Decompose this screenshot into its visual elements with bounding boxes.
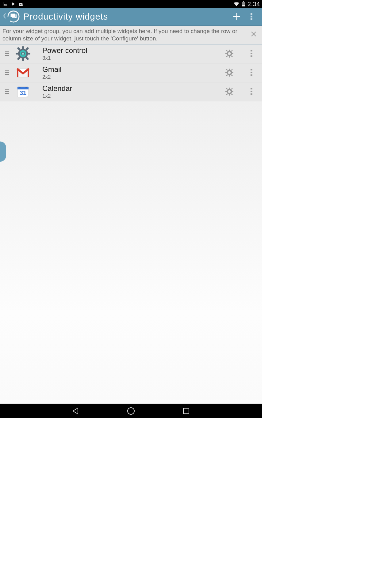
- app-calendar-icon: 31: [12, 84, 34, 99]
- svg-rect-51: [231, 69, 233, 71]
- svg-point-61: [26, 87, 27, 88]
- widget-row[interactable]: 31 Calendar 1x2: [0, 82, 262, 101]
- configure-button[interactable]: [221, 46, 237, 62]
- svg-rect-52: [226, 74, 228, 76]
- svg-rect-64: [229, 88, 230, 89]
- svg-point-72: [228, 90, 231, 93]
- svg-rect-68: [226, 88, 228, 90]
- svg-rect-78: [183, 408, 189, 414]
- svg-rect-70: [226, 93, 228, 95]
- svg-rect-69: [231, 88, 233, 90]
- svg-rect-65: [229, 94, 230, 96]
- svg-rect-74: [251, 91, 252, 92]
- app-logo-icon: [7, 10, 20, 23]
- widget-size: 3x1: [42, 55, 221, 61]
- svg-point-37: [228, 52, 231, 55]
- back-button[interactable]: [3, 12, 6, 21]
- svg-point-77: [128, 408, 134, 414]
- side-handle[interactable]: [0, 141, 6, 162]
- svg-rect-38: [251, 50, 252, 51]
- svg-rect-48: [225, 72, 227, 73]
- svg-rect-34: [231, 50, 233, 52]
- shopping-bag-icon: [18, 2, 23, 6]
- widget-name: Gmail: [42, 65, 221, 74]
- svg-rect-49: [232, 72, 233, 73]
- svg-rect-53: [231, 74, 233, 76]
- svg-rect-43: [17, 69, 18, 77]
- image-icon: [3, 2, 8, 6]
- drag-handle-icon[interactable]: [2, 89, 12, 94]
- configure-button[interactable]: [221, 84, 237, 100]
- widget-name: Power control: [42, 46, 221, 55]
- status-bar: 2:34: [0, 0, 262, 8]
- row-overflow-button[interactable]: [243, 46, 259, 62]
- svg-rect-66: [225, 91, 227, 92]
- svg-rect-18: [22, 58, 24, 61]
- svg-rect-30: [229, 56, 230, 58]
- svg-rect-31: [225, 53, 227, 54]
- widget-row[interactable]: Gmail 2x2: [0, 63, 262, 82]
- dismiss-hint-button[interactable]: [248, 29, 259, 40]
- svg-rect-33: [226, 50, 228, 52]
- svg-rect-71: [231, 93, 233, 95]
- overflow-menu-button[interactable]: [244, 9, 259, 24]
- nav-home-button[interactable]: [125, 405, 137, 417]
- svg-text:31: 31: [20, 89, 26, 96]
- svg-rect-11: [251, 13, 252, 15]
- page-title: Productivity widgets: [23, 12, 229, 22]
- svg-rect-47: [229, 75, 230, 77]
- widget-size: 1x2: [42, 93, 221, 99]
- svg-marker-76: [73, 408, 78, 414]
- svg-rect-13: [251, 18, 252, 20]
- svg-rect-67: [232, 91, 233, 92]
- svg-rect-32: [232, 53, 233, 54]
- svg-rect-35: [226, 55, 228, 57]
- status-clock: 2:34: [247, 1, 260, 8]
- configure-button[interactable]: [221, 65, 237, 81]
- svg-rect-50: [226, 69, 228, 71]
- svg-marker-2: [12, 2, 15, 6]
- nav-back-button[interactable]: [70, 405, 82, 417]
- widget-list: Power control 3x1 Gmail 2x2: [0, 44, 262, 101]
- widget-name: Calendar: [42, 84, 221, 93]
- svg-rect-57: [251, 74, 252, 76]
- svg-rect-5: [242, 5, 245, 6]
- drag-handle-icon[interactable]: [2, 51, 12, 56]
- svg-rect-19: [16, 53, 19, 55]
- svg-rect-75: [251, 93, 252, 95]
- svg-rect-17: [22, 46, 24, 49]
- svg-point-60: [20, 87, 21, 88]
- svg-rect-39: [251, 53, 252, 54]
- svg-rect-20: [27, 53, 30, 55]
- svg-rect-46: [229, 69, 230, 70]
- hint-text: For your widget group, you can add multi…: [2, 28, 248, 42]
- background: [0, 100, 262, 404]
- svg-rect-56: [251, 72, 252, 73]
- app-bar: Productivity widgets: [0, 8, 262, 26]
- row-overflow-button[interactable]: [243, 84, 259, 100]
- widget-row[interactable]: Power control 3x1: [0, 44, 262, 63]
- svg-rect-29: [229, 50, 230, 51]
- row-overflow-button[interactable]: [243, 65, 259, 81]
- navigation-bar: [0, 404, 262, 418]
- svg-rect-12: [251, 16, 252, 17]
- drag-handle-icon[interactable]: [2, 70, 12, 75]
- svg-marker-1: [4, 4, 7, 6]
- svg-rect-8: [10, 13, 15, 17]
- svg-rect-36: [231, 55, 233, 57]
- svg-rect-59: [17, 87, 29, 89]
- play-icon: [11, 2, 15, 6]
- svg-rect-55: [251, 69, 252, 70]
- battery-icon: [242, 1, 245, 7]
- add-button[interactable]: [229, 9, 244, 24]
- hint-banner: For your widget group, you can add multi…: [0, 26, 262, 44]
- app-gmail-icon: [12, 65, 34, 80]
- svg-rect-40: [251, 55, 252, 57]
- svg-point-54: [228, 71, 231, 74]
- svg-rect-44: [28, 69, 29, 77]
- wifi-icon: [233, 2, 240, 6]
- widget-size: 2x2: [42, 74, 221, 80]
- svg-rect-73: [251, 88, 252, 89]
- svg-rect-3: [243, 1, 244, 2]
- nav-recent-button[interactable]: [180, 405, 192, 417]
